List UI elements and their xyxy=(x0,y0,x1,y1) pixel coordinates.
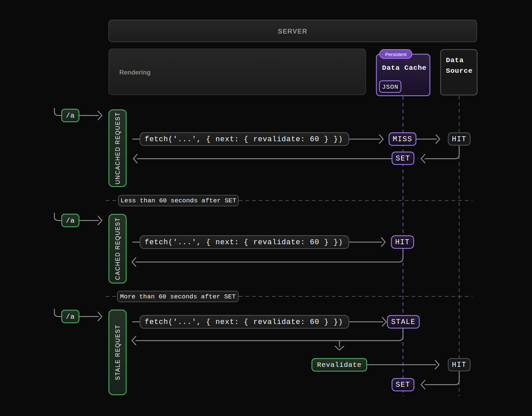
svg-text:fetch('...', { next: { revalid: fetch('...', { next: { revalidate: 60 } … xyxy=(145,238,343,247)
svg-text:HIT: HIT xyxy=(452,135,466,144)
svg-text:STALE: STALE xyxy=(391,318,416,326)
svg-text:Data Cache: Data Cache xyxy=(382,64,427,72)
svg-text:SERVER: SERVER xyxy=(278,28,307,35)
svg-text:fetch('...', { next: { revalid: fetch('...', { next: { revalidate: 60 } … xyxy=(145,318,343,326)
svg-text:/a: /a xyxy=(66,217,75,225)
svg-text:/a: /a xyxy=(66,112,75,120)
svg-text:SET: SET xyxy=(396,381,410,389)
svg-text:Data: Data xyxy=(446,56,464,64)
svg-text:HIT: HIT xyxy=(395,238,410,247)
svg-text:Source: Source xyxy=(446,67,472,75)
svg-text:STALE REQUEST: STALE REQUEST xyxy=(114,325,121,380)
svg-text:MISS: MISS xyxy=(393,135,412,144)
svg-text:Less than 60 seconds after SET: Less than 60 seconds after SET xyxy=(120,197,236,204)
svg-text:JSON: JSON xyxy=(382,83,399,91)
svg-text:More than 60 seconds after SET: More than 60 seconds after SET xyxy=(120,293,236,300)
svg-text:/a: /a xyxy=(66,313,75,321)
svg-text:Persistent: Persistent xyxy=(385,52,406,57)
svg-text:SET: SET xyxy=(396,155,410,163)
svg-text:Revalidate: Revalidate xyxy=(317,361,361,369)
svg-text:UNCACHED REQUEST: UNCACHED REQUEST xyxy=(114,112,121,184)
svg-text:Rendering: Rendering xyxy=(119,69,151,76)
svg-text:CACHED REQUEST: CACHED REQUEST xyxy=(114,217,121,280)
svg-text:fetch('...', { next: { revalid: fetch('...', { next: { revalidate: 60 } … xyxy=(145,135,343,144)
svg-text:HIT: HIT xyxy=(452,361,466,369)
